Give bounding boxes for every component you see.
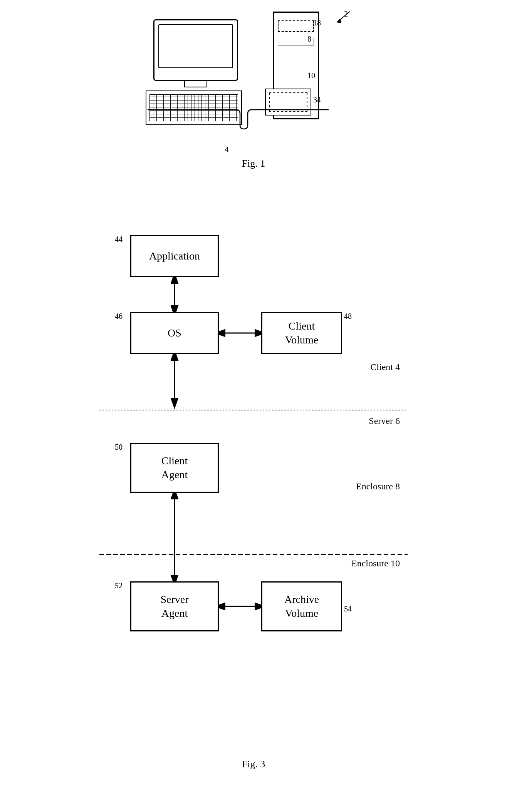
client-label: Client 4 [370, 362, 400, 372]
box-application: Application [130, 235, 219, 277]
enclosure8-label: Enclosure 8 [356, 481, 400, 492]
box-client-volume: Client Volume [261, 312, 342, 354]
ref-48: 48 [344, 312, 352, 321]
fig3-section: Application OS Client Volume Client Agen… [0, 219, 507, 770]
ref-44: 44 [115, 235, 123, 244]
box-archive-volume: Archive Volume [261, 581, 342, 631]
box-client-agent: Client Agent [130, 443, 219, 493]
fig1-diagram: 2 18 8 10 34 4 [138, 8, 369, 154]
ref-4: 4 [225, 145, 228, 154]
page-container: 2 18 8 10 34 4 Fig. 1 [0, 0, 507, 812]
ref-52: 52 [115, 581, 123, 590]
ref-46: 46 [115, 312, 123, 321]
ref-8: 8 [307, 35, 311, 44]
brace-fig1 [144, 106, 332, 133]
fig1-label: Fig. 1 [242, 158, 265, 169]
box-server-agent: Server Agent [130, 581, 219, 631]
ref-34: 34 [313, 95, 321, 104]
monitor [153, 19, 238, 81]
enclosure10-label: Enclosure 10 [351, 558, 400, 569]
tower-drive1 [278, 20, 314, 32]
monitor-screen [158, 24, 233, 68]
arrow-to-2 [327, 8, 358, 27]
fig1-section: 2 18 8 10 34 4 Fig. 1 [0, 8, 507, 169]
server-label: Server 6 [369, 416, 400, 426]
fig3-diagram: Application OS Client Volume Client Agen… [99, 219, 408, 751]
ref-54: 54 [344, 604, 352, 613]
ref-10: 10 [307, 71, 315, 80]
monitor-stand [184, 80, 207, 87]
box-os: OS [130, 312, 219, 354]
ref-18: 18 [313, 18, 321, 27]
fig3-label: Fig. 3 [242, 758, 265, 770]
ref-50: 50 [115, 443, 123, 452]
